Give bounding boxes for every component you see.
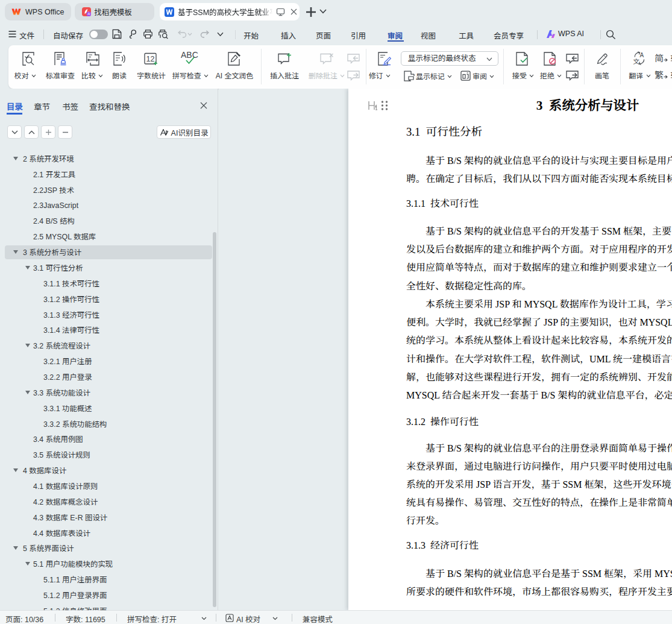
svg-text:简: 简 [655,52,664,64]
svg-text:繁: 繁 [655,69,664,81]
svg-text:ABC: ABC [181,51,198,60]
svg-text:A: A [640,52,644,58]
svg-text:12: 12 [146,55,155,63]
